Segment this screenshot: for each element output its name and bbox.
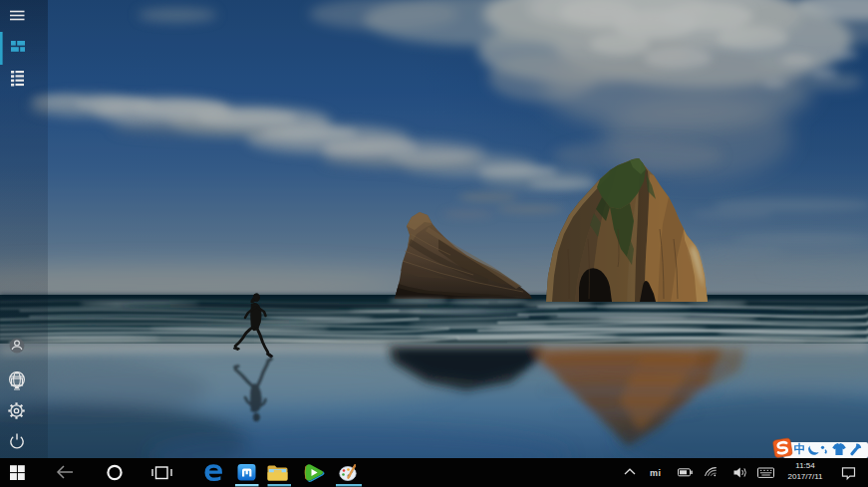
svg-text:中: 中 <box>794 442 806 456</box>
svg-text:mi: mi <box>650 468 662 478</box>
